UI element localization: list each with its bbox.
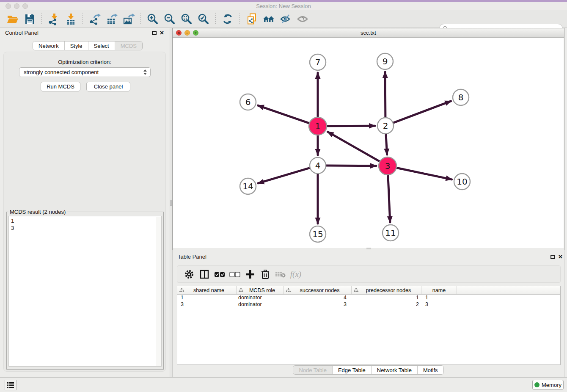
network-graph[interactable]: 7968124314101511 — [173, 38, 564, 248]
column-header[interactable]: predecessor nodes — [352, 286, 421, 294]
zoom-selected-icon[interactable] — [196, 12, 211, 26]
table-row[interactable]: 3 dominator 3 2 3 — [177, 301, 560, 308]
criterion-dropdown[interactable]: strongly connected component — [19, 67, 151, 77]
task-history-button[interactable] — [5, 380, 17, 390]
delete-column-icon[interactable] — [258, 268, 273, 281]
graph-node-2[interactable]: 2 — [377, 118, 394, 134]
toolbar-separator — [215, 13, 216, 25]
toolbar-separator — [140, 13, 141, 25]
network-canvas[interactable]: 7968124314101511 — [173, 38, 564, 248]
graph-node-3[interactable]: 3 — [379, 157, 396, 175]
float-panel-icon[interactable] — [152, 31, 157, 35]
function-builder-icon[interactable]: f(x) — [288, 268, 303, 281]
network-resize-grip[interactable] — [366, 248, 371, 249]
export-network-icon[interactable] — [88, 12, 102, 26]
graph-edge-3-11[interactable] — [388, 175, 390, 222]
home-view-icon[interactable] — [261, 12, 276, 26]
column-type-icon — [239, 288, 243, 293]
delete-table-icon[interactable] — [273, 268, 288, 281]
hide-eye-icon[interactable] — [278, 12, 293, 26]
tab-edge-table[interactable]: Edge Table — [332, 366, 371, 374]
save-session-icon[interactable] — [22, 12, 37, 26]
graph-node-8[interactable]: 8 — [453, 89, 469, 105]
graph-node-9[interactable]: 9 — [377, 53, 393, 69]
zoom-fit-icon[interactable] — [179, 12, 194, 26]
column-header[interactable]: successor nodes — [284, 286, 352, 294]
import-network-icon[interactable] — [47, 12, 61, 26]
graph-node-7[interactable]: 7 — [310, 54, 326, 70]
add-column-icon[interactable] — [242, 268, 258, 281]
mcds-result-textarea[interactable]: 1 3 — [8, 216, 162, 367]
graph-edge-2-3[interactable] — [386, 134, 387, 155]
network-view-window: ✕ − + scc.txt 7968124314101511 — [172, 28, 564, 250]
memory-button[interactable]: Memory — [532, 380, 564, 390]
tab-network[interactable]: Network — [33, 41, 64, 50]
dropdown-arrows-icon — [143, 69, 147, 75]
export-image-icon[interactable] — [121, 12, 136, 26]
control-panel-tabs: Network Style Select MCDS — [33, 41, 143, 50]
column-header[interactable]: name — [421, 286, 457, 294]
select-all-checkboxes-icon[interactable] — [212, 268, 227, 281]
column-header[interactable]: MCDS role — [237, 286, 284, 294]
optimization-criterion-label: Optimization criterion: — [4, 59, 165, 65]
import-table-icon[interactable] — [63, 12, 78, 26]
graph-edge-3-10[interactable] — [396, 168, 452, 179]
float-table-panel-icon[interactable] — [550, 255, 555, 259]
memory-label: Memory — [542, 382, 561, 388]
graph-edge-4-14[interactable] — [258, 168, 310, 183]
split-columns-icon[interactable] — [197, 268, 212, 281]
svg-text:6: 6 — [245, 97, 251, 107]
column-type-icon — [354, 288, 358, 293]
tab-select[interactable]: Select — [88, 41, 115, 50]
result-scrollbar[interactable] — [156, 217, 161, 366]
mcds-result-title: MCDS result (2 nodes) — [8, 209, 67, 215]
graph-node-15[interactable]: 15 — [310, 226, 326, 242]
list-icon — [7, 382, 14, 389]
tab-style[interactable]: Style — [64, 41, 88, 50]
table-row[interactable]: 1 dominator 4 1 1 — [177, 295, 560, 301]
tab-network-table[interactable]: Network Table — [371, 366, 417, 374]
svg-text:9: 9 — [383, 56, 388, 66]
refresh-layout-icon[interactable] — [220, 12, 235, 26]
svg-text:10: 10 — [457, 177, 467, 187]
graph-edge-1-6[interactable] — [258, 105, 310, 123]
control-panel-title: Control Panel — [5, 30, 39, 36]
tab-motifs[interactable]: Motifs — [417, 366, 443, 374]
run-mcds-button[interactable]: Run MCDS — [41, 82, 80, 91]
graph-node-11[interactable]: 11 — [383, 225, 399, 241]
close-table-panel-icon[interactable]: ✕ — [558, 254, 563, 260]
network-window-titlebar[interactable]: ✕ − + scc.txt — [173, 28, 564, 38]
graph-edge-2-9[interactable] — [385, 72, 385, 118]
graph-edge-3-1[interactable] — [328, 132, 380, 161]
zoom-in-icon[interactable] — [146, 12, 160, 26]
close-panel-icon[interactable]: ✕ — [160, 30, 164, 36]
show-eye-icon[interactable] — [295, 12, 310, 26]
graph-edge-4-3[interactable] — [326, 166, 376, 166]
graph-node-10[interactable]: 10 — [454, 174, 470, 190]
close-panel-button[interactable]: Close panel — [86, 82, 130, 91]
graph-node-6[interactable]: 6 — [240, 94, 256, 110]
graph-edge-1-2[interactable] — [327, 126, 375, 126]
graph-node-4[interactable]: 4 — [310, 157, 326, 174]
graph-node-1[interactable]: 1 — [309, 117, 327, 135]
app-title: Session: New Session — [0, 2, 567, 10]
mcds-result-group: MCDS result (2 nodes) 1 3 — [6, 209, 164, 370]
deselect-all-checkboxes-icon[interactable] — [227, 268, 242, 281]
open-session-icon[interactable] — [6, 12, 20, 26]
control-panel: Control Panel ✕ Network Style Select MCD… — [0, 28, 170, 377]
result-line: 3 — [11, 224, 161, 232]
table-panel: Table Panel ✕ — [172, 250, 564, 377]
graph-node-14[interactable]: 14 — [240, 178, 256, 194]
table-panel-title: Table Panel — [178, 254, 206, 260]
zoom-out-icon[interactable] — [162, 12, 177, 26]
tab-mcds[interactable]: MCDS — [115, 41, 142, 50]
splitter-grip[interactable] — [170, 200, 172, 206]
column-header[interactable]: shared name — [177, 286, 237, 294]
svg-text:7: 7 — [315, 57, 321, 67]
export-table-icon[interactable] — [105, 12, 119, 26]
graph-edge-2-8[interactable] — [393, 101, 451, 123]
mac-titlebar: Session: New Session — [0, 2, 567, 10]
tab-node-table[interactable]: Node Table — [293, 366, 332, 374]
table-settings-icon[interactable] — [182, 268, 197, 281]
duplicate-network-icon[interactable] — [245, 12, 259, 26]
